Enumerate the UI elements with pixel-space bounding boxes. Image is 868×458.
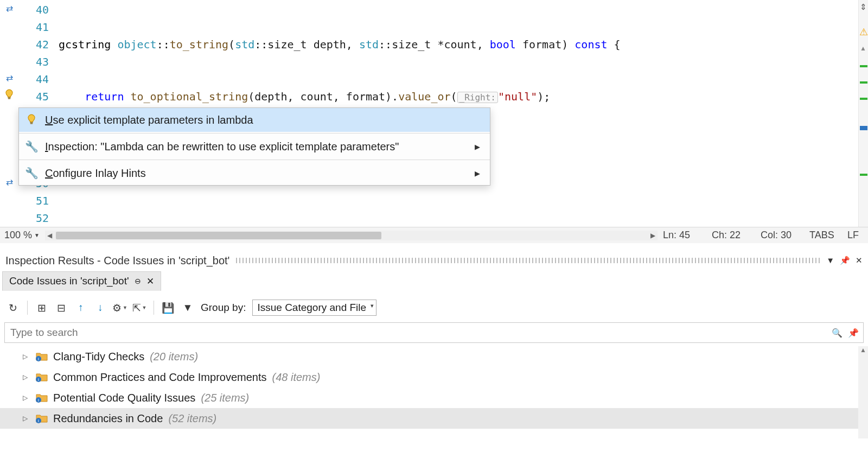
marker-green[interactable] [860, 65, 867, 67]
expand-icon[interactable]: ▷ [23, 373, 30, 381]
expand-icon[interactable]: ▷ [23, 415, 30, 422]
warning-marker-icon[interactable]: ⚠ [859, 26, 868, 38]
panel-tabs: Code Issues in 'script_bot' ⊖ ✕ [2, 271, 161, 291]
pin-icon[interactable]: 📌 [840, 256, 850, 265]
folder-info-icon: i [36, 393, 48, 403]
dropdown-icon[interactable]: ▼ [826, 256, 834, 265]
expand-icon[interactable]: ▷ [23, 394, 30, 402]
groupby-label: Group by: [201, 302, 246, 314]
category-name: Clang-Tidy Checks [53, 351, 144, 363]
refresh-icon[interactable]: ↻ [7, 301, 20, 314]
wrench-icon: 🔧 [25, 167, 37, 180]
panel-grip[interactable] [236, 258, 820, 263]
category-name: Common Practices and Code Improvements [53, 371, 267, 384]
line-number: 51 [19, 192, 49, 209]
submenu-chevron-icon: ▶ [475, 169, 483, 177]
svg-text:i: i [38, 418, 39, 423]
separator [19, 133, 490, 133]
tab-label: Code Issues in 'script_bot' [9, 275, 129, 287]
panel-tab-code-issues[interactable]: Code Issues in 'script_bot' ⊖ ✕ [2, 271, 161, 291]
indent-mode[interactable]: TABS [809, 230, 847, 241]
zoom-value: 100 % [4, 230, 32, 241]
split-window-icon[interactable]: ⇕ [860, 2, 867, 12]
filter-icon[interactable]: ▼ [181, 301, 194, 314]
expand-icon[interactable]: ▷ [23, 353, 30, 360]
scroll-right-icon[interactable]: ▶ [648, 232, 658, 239]
category-name: Potential Code Quality Issues [53, 392, 195, 404]
groupby-select[interactable]: Issue Category and File [252, 300, 376, 316]
tree-category-common-practices[interactable]: ▷ i Common Practices and Code Improvemen… [0, 367, 858, 387]
category-count: (20 items) [150, 351, 198, 363]
svg-rect-0 [8, 97, 10, 98]
line-ending[interactable]: LF [847, 230, 864, 241]
collapse-all-icon[interactable]: ⊟ [55, 301, 68, 314]
next-issue-icon[interactable]: ↓ [94, 301, 107, 314]
export-icon[interactable]: ⇱▼ [133, 301, 146, 314]
search-input[interactable] [5, 323, 832, 342]
line-number: 52 [19, 209, 49, 227]
tree-category-quality-issues[interactable]: ▷ i Potential Code Quality Issues (25 it… [0, 387, 858, 408]
inspection-toolbar: ↻ ⊞ ⊟ ↑ ↓ ⚙▼ ⇱▼ 💾 ▼ Group by: Issue Cate… [0, 296, 868, 319]
scrollbar-thumb[interactable] [56, 232, 381, 239]
pin-icon[interactable]: 📌 [848, 328, 859, 338]
svg-text:i: i [38, 398, 39, 403]
marker-green[interactable] [860, 98, 867, 100]
save-icon[interactable]: 💾 [162, 301, 175, 314]
close-tab-icon[interactable]: ✕ [146, 276, 154, 287]
lightbulb-icon[interactable] [3, 89, 15, 101]
cursor-char[interactable]: Ch: 22 [712, 230, 761, 241]
search-icon[interactable]: 🔍 [832, 328, 843, 338]
inlay-hint: _Right: [457, 92, 498, 103]
line-number: 45 [19, 88, 49, 105]
marker-blue[interactable] [860, 126, 867, 130]
quickfix-item-label: Use explicit template parameters in lamb… [45, 114, 253, 126]
scroll-up-icon[interactable]: ▲ [858, 346, 868, 354]
cursor-line[interactable]: Ln: 45 [663, 230, 712, 241]
line-number: 41 [19, 18, 49, 36]
scroll-left-icon[interactable]: ◀ [45, 232, 55, 239]
line-number: 44 [19, 71, 49, 88]
marker-green[interactable] [860, 174, 867, 176]
tree-category-redundancies[interactable]: ▷ i Redundancies in Code (52 items) [0, 408, 858, 429]
change-marker-icon: ⇄ [3, 176, 15, 188]
prev-issue-icon[interactable]: ↑ [74, 301, 87, 314]
expand-all-icon[interactable]: ⊞ [35, 301, 48, 314]
folder-info-icon: i [36, 414, 48, 423]
close-icon[interactable]: ✕ [856, 256, 863, 265]
svg-text:i: i [38, 377, 39, 382]
overview-ruler[interactable]: ⇕ ⚠ ▲ [858, 0, 868, 241]
horizontal-scrollbar[interactable]: ◀ ▶ [45, 231, 658, 240]
change-marker-icon: ⇄ [3, 2, 15, 14]
code-line[interactable]: gcstring object::to_string(std::size_t d… [49, 36, 858, 53]
change-marker-icon: ⇄ [3, 72, 15, 84]
unpin-icon[interactable]: ⊖ [135, 277, 141, 285]
code-line[interactable] [49, 192, 858, 209]
svg-text:i: i [38, 357, 39, 361]
quickfix-popup: Use explicit template parameters in lamb… [18, 107, 490, 186]
category-count: (48 items) [272, 371, 321, 384]
scroll-up-arrow-icon[interactable]: ▲ [860, 44, 866, 52]
quickfix-item-use-explicit-template[interactable]: Use explicit template parameters in lamb… [19, 108, 490, 132]
settings-icon[interactable]: ⚙▼ [113, 301, 126, 314]
quickfix-item-inspection[interactable]: 🔧 Inspection: "Lambda can be rewritten t… [19, 135, 490, 158]
svg-rect-2 [30, 122, 33, 123]
quickfix-item-configure-hints[interactable]: 🔧 Configure Inlay Hints ▶ [19, 161, 490, 185]
code-line[interactable]: return to_optional_string(depth, count, … [49, 88, 858, 105]
marker-green[interactable] [860, 81, 867, 84]
category-count: (52 items) [168, 412, 216, 425]
cursor-col[interactable]: Col: 30 [761, 230, 809, 241]
category-name: Redundancies in Code [53, 412, 163, 425]
quickfix-item-label: Configure Inlay Hints [45, 167, 146, 180]
folder-info-icon: i [36, 352, 48, 361]
lightbulb-icon [25, 114, 37, 126]
inspection-tree[interactable]: ▷ i Clang-Tidy Checks (20 items) ▷ i Com… [0, 346, 858, 458]
tree-vertical-scrollbar[interactable]: ▲ [858, 346, 868, 438]
tree-category-clang-tidy[interactable]: ▷ i Clang-Tidy Checks (20 items) [0, 346, 858, 367]
svg-rect-1 [8, 98, 10, 99]
dropdown-icon: ▼ [34, 232, 40, 238]
line-number: 42 [19, 36, 49, 53]
submenu-chevron-icon: ▶ [475, 143, 483, 151]
zoom-dropdown[interactable]: 100 % ▼ [4, 230, 40, 241]
groupby-value: Issue Category and File [257, 302, 366, 313]
svg-rect-3 [30, 123, 33, 124]
